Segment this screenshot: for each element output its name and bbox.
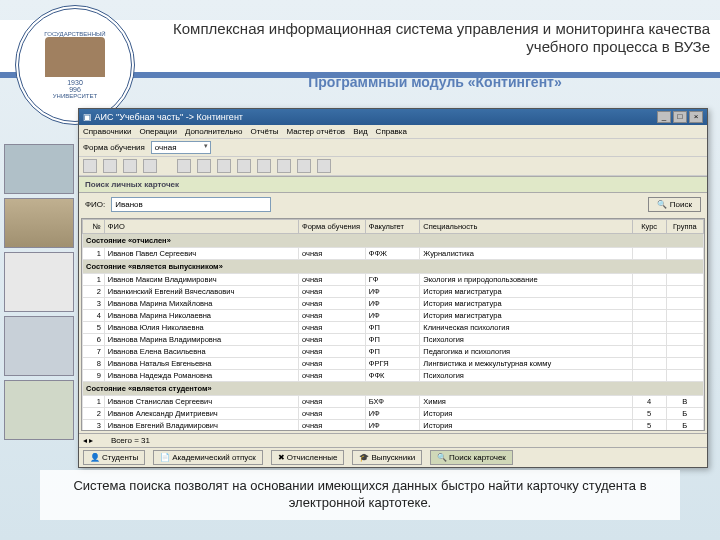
table-row[interactable]: 4Иванова Марина НиколаевнаочнаяИФИстория… — [83, 310, 704, 322]
search-panel-title: Поиск личных карточек — [79, 176, 707, 193]
toolbar-icon[interactable] — [297, 159, 311, 173]
menu-view[interactable]: Вид — [353, 127, 367, 136]
table-row[interactable]: 6Иванова Марина ВладимировнаочнаяФППсихо… — [83, 334, 704, 346]
tab-search[interactable]: 🔍 Поиск карточек — [430, 450, 513, 465]
table-row[interactable]: 3Иванова Марина МихайловнаочнаяИФИстория… — [83, 298, 704, 310]
menu-extra[interactable]: Дополнительно — [185, 127, 243, 136]
col-form[interactable]: Форма обучения — [298, 220, 365, 234]
col-group[interactable]: Группа — [666, 220, 703, 234]
group-header[interactable]: Состояние «является выпускником» — [83, 260, 704, 274]
toolbar-icon[interactable] — [257, 159, 271, 173]
col-fio[interactable]: ФИО — [104, 220, 298, 234]
window-title: АИС "Учебная часть" -> Контингент — [95, 112, 243, 122]
col-spec[interactable]: Специальность — [420, 220, 632, 234]
maximize-button[interactable]: □ — [673, 111, 687, 123]
thumb — [4, 252, 74, 312]
menu-ref[interactable]: Справочники — [83, 127, 131, 136]
toolbar-icon[interactable] — [83, 159, 97, 173]
table-row[interactable]: 1Иванов Станислав СергеевичочнаяБХФХимия… — [83, 396, 704, 408]
menu-ops[interactable]: Операции — [139, 127, 176, 136]
form-combo[interactable]: очная — [151, 141, 211, 154]
thumb — [4, 380, 74, 440]
toolbar-icon[interactable] — [103, 159, 117, 173]
tab-expelled[interactable]: ✖ Отчисленные — [271, 450, 345, 465]
table-row[interactable]: 2Иванов Александр ДмитриевичочнаяИФИстор… — [83, 408, 704, 420]
toolbar-icon[interactable] — [143, 159, 157, 173]
search-row: ФИО: 🔍 Поиск — [79, 193, 707, 216]
filter-toolbar: Форма обучения очная — [79, 139, 707, 157]
table-row[interactable]: 1Иванов Павел СергеевичочнаяФФЖЖурналист… — [83, 248, 704, 260]
thumb — [4, 144, 74, 194]
toolbar-icon[interactable] — [197, 159, 211, 173]
icon-toolbar — [79, 157, 707, 176]
table-row[interactable]: 5Иванова Юлия НиколаевнаочнаяФПКлиническ… — [83, 322, 704, 334]
toolbar-icon[interactable] — [317, 159, 331, 173]
search-icon: 🔍 — [657, 200, 667, 209]
toolbar-icon[interactable] — [277, 159, 291, 173]
results-grid[interactable]: № ФИО Форма обучения Факультет Специальн… — [81, 218, 705, 431]
page-title: Комплексная информационная система управ… — [160, 20, 710, 56]
table-row[interactable]: 7Иванова Елена ВасильевнаочнаяФППедагоги… — [83, 346, 704, 358]
table-row[interactable]: 9Иванова Надежда РомановнаочнаяФФКПсихол… — [83, 370, 704, 382]
app-icon: ▣ — [83, 112, 92, 122]
thumbnail-strip — [0, 140, 75, 444]
slide-caption: Система поиска позволят на основании име… — [40, 470, 680, 520]
university-logo: ГОСУДАРСТВЕННЫЙ 1930996 УНИВЕРСИТЕТ — [15, 5, 135, 125]
col-fac[interactable]: Факультет — [365, 220, 420, 234]
col-num[interactable]: № — [83, 220, 105, 234]
total-label: Всего = 31 — [111, 436, 150, 445]
tab-students[interactable]: 👤 Студенты — [83, 450, 145, 465]
menu-report-master[interactable]: Мастер отчётов — [286, 127, 345, 136]
close-button[interactable]: × — [689, 111, 703, 123]
app-window: ▣ АИС "Учебная часть" -> Контингент _ □ … — [78, 108, 708, 468]
group-header[interactable]: Состояние «является студентом» — [83, 382, 704, 396]
search-input[interactable] — [111, 197, 271, 212]
search-button[interactable]: 🔍 Поиск — [648, 197, 701, 212]
thumb — [4, 316, 74, 376]
bottom-tabs: 👤 Студенты 📄 Академический отпуск ✖ Отчи… — [79, 447, 707, 467]
table-row[interactable]: 2Иванкинский Евгений ВячеславовичочнаяИФ… — [83, 286, 704, 298]
page-subtitle: Программный модуль «Контингент» — [160, 74, 710, 90]
form-label: Форма обучения — [83, 143, 145, 152]
window-titlebar[interactable]: ▣ АИС "Учебная часть" -> Контингент _ □ … — [79, 109, 707, 125]
menu-reports[interactable]: Отчёты — [250, 127, 278, 136]
table-row[interactable]: 3Иванов Евгений ВладимировичочнаяИФИстор… — [83, 420, 704, 432]
thumb — [4, 198, 74, 248]
toolbar-icon[interactable] — [217, 159, 231, 173]
table-row[interactable]: 8Иванова Наталья ЕвгеньевнаочнаяФРГЯЛинг… — [83, 358, 704, 370]
grid-footer: ◂ ▸ Всего = 31 — [79, 433, 707, 447]
tab-leave[interactable]: 📄 Академический отпуск — [153, 450, 263, 465]
search-label: ФИО: — [85, 200, 105, 209]
minimize-button[interactable]: _ — [657, 111, 671, 123]
menu-help[interactable]: Справка — [376, 127, 407, 136]
table-row[interactable]: 1Иванов Максим ВладимировичочнаяГФЭколог… — [83, 274, 704, 286]
col-kurs[interactable]: Курс — [632, 220, 666, 234]
menubar: Справочники Операции Дополнительно Отчёт… — [79, 125, 707, 139]
toolbar-icon[interactable] — [123, 159, 137, 173]
toolbar-icon[interactable] — [237, 159, 251, 173]
group-header[interactable]: Состояние «отчислен» — [83, 234, 704, 248]
tab-graduates[interactable]: 🎓 Выпускники — [352, 450, 422, 465]
toolbar-icon[interactable] — [177, 159, 191, 173]
